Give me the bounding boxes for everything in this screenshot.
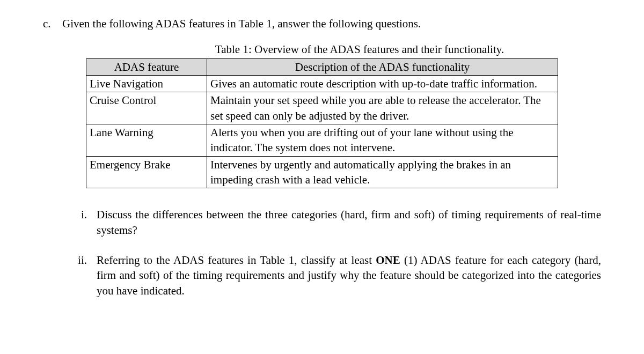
header-description: Description of the ADAS functionality [207, 58, 558, 75]
cell-feature: Live Navigation [86, 76, 207, 92]
subquestion-i: i. Discuss the differences between the t… [72, 207, 601, 238]
text-before: Referring to the ADAS features in Table … [97, 254, 376, 267]
bold-word: ONE [376, 254, 400, 267]
subquestion-list: i. Discuss the differences between the t… [43, 207, 601, 298]
subquestion-ii: ii. Referring to the ADAS features in Ta… [72, 253, 601, 298]
table-row: Cruise Control Maintain your set speed w… [86, 92, 558, 124]
question-c: c. Given the following ADAS features in … [43, 16, 601, 31]
cell-feature: Lane Warning [86, 124, 207, 157]
table-row: Live Navigation Gives an automatic route… [86, 76, 558, 92]
cell-description: Maintain your set speed while you are ab… [207, 92, 558, 124]
header-feature: ADAS feature [86, 58, 207, 75]
table-caption: Table 1: Overview of the ADAS features a… [129, 42, 590, 57]
question-prompt: Given the following ADAS features in Tab… [62, 16, 421, 31]
cell-description: Intervenes by urgently and automatically… [207, 156, 558, 188]
table-header-row: ADAS feature Description of the ADAS fun… [86, 58, 558, 75]
table-row: Lane Warning Alerts you when you are dri… [86, 124, 558, 157]
table-row: Emergency Brake Intervenes by urgently a… [86, 156, 558, 188]
cell-description: Alerts you when you are drifting out of … [207, 124, 558, 157]
sub-marker: ii. [72, 253, 97, 268]
cell-description: Gives an automatic route description wit… [207, 76, 558, 92]
cell-feature: Emergency Brake [86, 156, 207, 188]
sub-marker: i. [72, 207, 97, 222]
sub-body: Referring to the ADAS features in Table … [97, 253, 601, 298]
cell-feature: Cruise Control [86, 92, 207, 124]
question-marker: c. [43, 16, 62, 31]
sub-body: Discuss the differences between the thre… [97, 207, 601, 238]
adas-table: ADAS feature Description of the ADAS fun… [86, 58, 558, 189]
